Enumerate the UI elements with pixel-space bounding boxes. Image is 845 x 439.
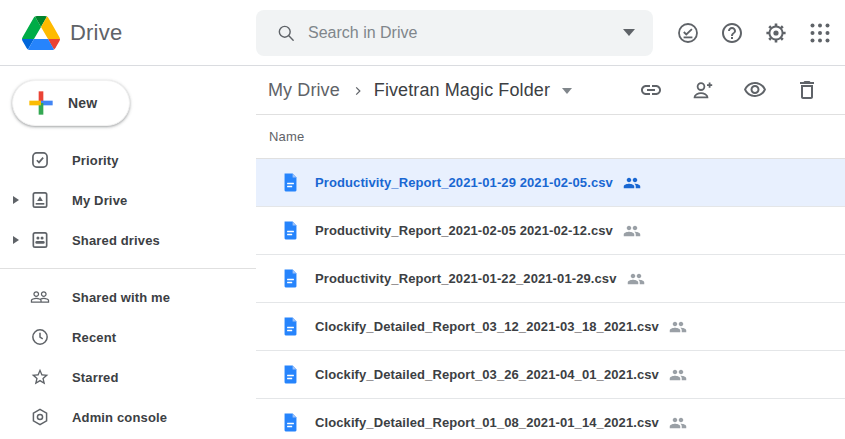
app-name: Drive	[70, 20, 122, 46]
shared-drives-icon	[30, 230, 50, 250]
folder-actions	[639, 78, 845, 102]
shared-with-me-icon	[30, 287, 50, 307]
csv-file-icon	[282, 412, 299, 433]
file-row[interactable]: Productivity_Report_2021-02-05 2021-02-1…	[256, 207, 845, 255]
file-name: Clockify_Detailed_Report_03_26_2021-04_0…	[315, 367, 659, 382]
new-button[interactable]: New	[12, 80, 130, 126]
sidebar-item-priority[interactable]: Priority	[0, 140, 256, 180]
shared-people-icon	[669, 366, 687, 384]
header-icons	[676, 21, 845, 45]
preview-icon[interactable]	[743, 78, 767, 102]
search-bar[interactable]	[256, 10, 653, 56]
expand-arrow-icon[interactable]	[8, 236, 24, 244]
sidebar-item-my-drive[interactable]: My Drive	[0, 180, 256, 220]
my-drive-icon	[30, 190, 50, 210]
sidebar-item-recent[interactable]: Recent	[0, 317, 256, 357]
csv-file-icon	[282, 268, 299, 289]
starred-icon	[30, 367, 50, 387]
shared-people-icon	[669, 318, 687, 336]
drive-logo-icon	[22, 16, 60, 50]
file-list: Productivity_Report_2021-01-29 2021-02-0…	[256, 159, 845, 439]
file-name: Productivity_Report_2021-01-29 2021-02-0…	[315, 175, 613, 190]
breadcrumb-current[interactable]: Fivetran Magic Folder	[374, 80, 550, 101]
breadcrumb: My Drive Fivetran Magic Folder	[256, 66, 845, 115]
search-icon[interactable]	[270, 17, 302, 49]
csv-file-icon	[282, 364, 299, 385]
csv-file-icon	[282, 172, 299, 193]
file-name: Clockify_Detailed_Report_03_12_2021-03_1…	[315, 319, 659, 334]
chevron-right-icon	[350, 83, 366, 99]
settings-icon[interactable]	[764, 21, 788, 45]
shared-people-icon	[623, 174, 641, 192]
google-apps-icon[interactable]	[808, 21, 832, 45]
expand-arrow-icon[interactable]	[8, 196, 24, 204]
shared-people-icon	[627, 270, 645, 288]
search-input[interactable]	[308, 24, 623, 42]
shared-people-icon	[623, 222, 641, 240]
sidebar-item-shared-with-me[interactable]: Shared with me	[0, 277, 256, 317]
plus-icon	[27, 89, 55, 117]
drive-logo-link[interactable]: Drive	[0, 16, 256, 50]
search-options-caret-icon[interactable]	[623, 29, 635, 36]
sidebar-item-shared-drives[interactable]: Shared drives	[0, 220, 256, 260]
file-name: Productivity_Report_2021-01-22_2021-01-2…	[315, 271, 617, 286]
help-icon[interactable]	[720, 21, 744, 45]
delete-icon[interactable]	[795, 78, 819, 102]
file-name: Productivity_Report_2021-02-05 2021-02-1…	[315, 223, 613, 238]
name-column-header[interactable]: Name	[269, 129, 304, 144]
sidebar-item-admin-console[interactable]: Admin console	[0, 397, 256, 437]
admin-console-icon	[30, 407, 50, 427]
file-row[interactable]: Clockify_Detailed_Report_03_12_2021-03_1…	[256, 303, 845, 351]
file-row[interactable]: Clockify_Detailed_Report_03_26_2021-04_0…	[256, 351, 845, 399]
get-link-icon[interactable]	[639, 78, 663, 102]
new-button-label: New	[68, 95, 97, 111]
priority-icon	[30, 150, 50, 170]
file-row[interactable]: Clockify_Detailed_Report_01_08_2021-01_1…	[256, 399, 845, 439]
folder-menu-caret-icon[interactable]	[562, 88, 572, 94]
csv-file-icon	[282, 220, 299, 241]
file-row[interactable]: Productivity_Report_2021-01-22_2021-01-2…	[256, 255, 845, 303]
content-area: My Drive Fivetran Magic Folder	[256, 66, 845, 439]
file-row[interactable]: Productivity_Report_2021-01-29 2021-02-0…	[256, 159, 845, 207]
sidebar-divider	[0, 268, 256, 269]
add-person-icon[interactable]	[691, 78, 715, 102]
recent-icon	[30, 327, 50, 347]
breadcrumb-parent[interactable]: My Drive	[268, 80, 340, 101]
file-list-header: Name	[256, 115, 845, 159]
sidebar: New Priority My Drive	[0, 66, 256, 439]
app-header: Drive	[0, 0, 845, 66]
csv-file-icon	[282, 316, 299, 337]
offline-status-icon[interactable]	[676, 21, 700, 45]
file-name: Clockify_Detailed_Report_01_08_2021-01_1…	[315, 415, 659, 430]
shared-people-icon	[669, 414, 687, 432]
sidebar-item-starred[interactable]: Starred	[0, 357, 256, 397]
